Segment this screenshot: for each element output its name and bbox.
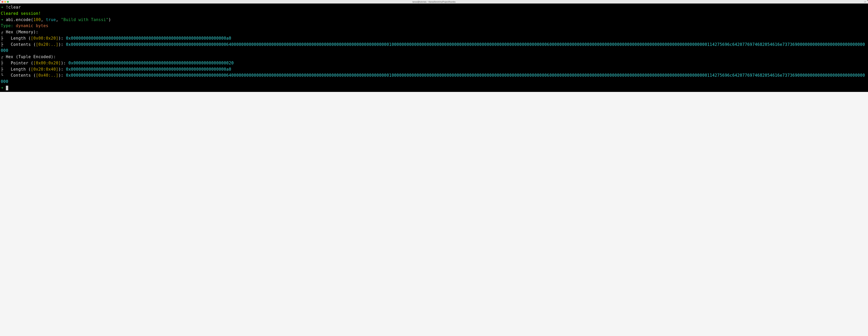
byte-range: [0x40:..] <box>36 73 59 78</box>
clear-command: !clear <box>6 5 21 9</box>
byte-range: [0x00:0x20] <box>31 36 58 40</box>
contents-label: Contents ( <box>6 73 36 78</box>
type-value: dynamic bytes <box>13 23 49 28</box>
contents-label: Contents ( <box>6 42 36 47</box>
maximize-button[interactable] <box>7 1 9 3</box>
hex-value: 0x00000000000000000000000000000000000000… <box>66 67 231 71</box>
tree-char: ├ <box>1 61 6 65</box>
hex-value: 0x00000000000000000000000000000000000000… <box>66 36 231 40</box>
window-controls <box>2 1 9 3</box>
tree-char: ├ <box>1 36 6 40</box>
tree-char: ├ <box>1 67 6 71</box>
pointer-label: Pointer ( <box>6 61 33 65</box>
byte-range: [0x20:..] <box>36 42 59 47</box>
tree-char: ├ <box>1 42 6 47</box>
abi-encode-cmd: abi.encode( <box>6 18 33 22</box>
hex-value: 0x00000000000000000000000000000000000000… <box>68 61 234 65</box>
byte-range: [0x00:0x20] <box>33 61 61 65</box>
num-literal: 100 <box>33 18 41 22</box>
string-literal: "Build with Tanssi" <box>61 18 108 22</box>
byte-range: [0x20:0x40] <box>31 67 58 71</box>
prompt-arrow: ➜ <box>1 5 3 9</box>
terminal-window: tanssi@tutorials: ~/tanssi/kevin/myProje… <box>0 0 868 92</box>
length-label: Length ( <box>6 36 31 40</box>
cleared-message: Cleared session! <box>1 11 41 16</box>
length-label: Length ( <box>6 67 31 71</box>
close-button[interactable] <box>2 1 3 3</box>
bool-literal: true <box>46 18 56 22</box>
hex-value: 0x00000000000000000000000000000000000000… <box>1 73 865 84</box>
tree-char: └ <box>1 73 6 78</box>
window-titlebar: tanssi@tutorials: ~/tanssi/kevin/myProje… <box>0 0 868 3</box>
tree-char: ┌ <box>1 55 6 59</box>
cursor <box>6 86 8 90</box>
type-label: Type: <box>1 23 13 28</box>
hex-value: 0x00000000000000000000000000000000000000… <box>1 42 865 53</box>
minimize-button[interactable] <box>4 1 6 3</box>
window-title: tanssi@tutorials: ~/tanssi/kevin/myProje… <box>412 1 456 3</box>
prompt-arrow: ➜ <box>1 18 3 22</box>
hex-memory-label: Hex (Memory): <box>6 30 38 34</box>
terminal-pane[interactable]: ➜ !clear Cleared session! ➜ abi.encode(1… <box>0 3 868 92</box>
hex-tuple-label: Hex (Tuple Encoded): <box>6 55 56 59</box>
tree-char: ┌ <box>1 30 6 34</box>
window-title-right: 19 <box>864 1 866 3</box>
prompt-arrow: ➜ <box>1 86 3 90</box>
